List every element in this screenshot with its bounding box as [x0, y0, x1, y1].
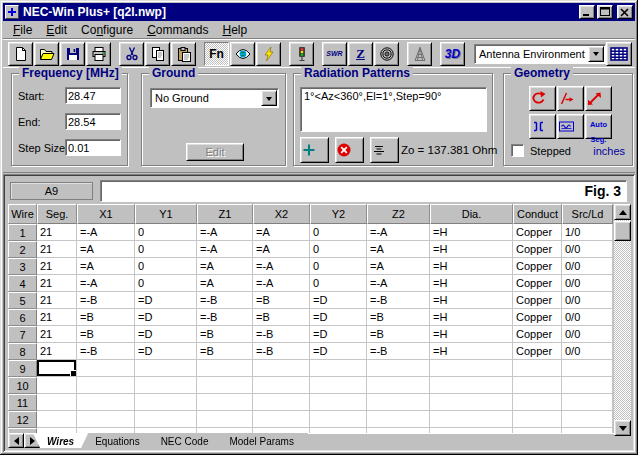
grid-cell[interactable]: =D	[135, 343, 197, 360]
grid-cell[interactable]	[310, 411, 367, 428]
menu-item[interactable]: Configure	[74, 22, 140, 38]
row-header[interactable]: 2	[8, 241, 37, 258]
diagonal-arrow-button[interactable]	[585, 86, 612, 111]
spreadsheet-grid-button[interactable]	[606, 42, 632, 66]
grid-cell[interactable]: 0	[310, 224, 367, 241]
grid-cell[interactable]: Copper	[513, 309, 562, 326]
column-header[interactable]: X1	[77, 204, 135, 224]
row-header[interactable]: 5	[8, 292, 37, 309]
grid-cell[interactable]: =-B	[77, 292, 135, 309]
row-header[interactable]: 7	[8, 326, 37, 343]
grid-cell[interactable]: 21	[37, 309, 77, 326]
scroll-down-button[interactable]	[614, 420, 631, 436]
grid-cell[interactable]	[562, 360, 613, 377]
grid-cell[interactable]	[135, 377, 197, 394]
grid-cell[interactable]	[77, 377, 135, 394]
grid-cell[interactable]	[562, 394, 613, 411]
grid-cell[interactable]: =-A	[77, 275, 135, 292]
row-header[interactable]: 6	[8, 309, 37, 326]
grid-cell[interactable]: Copper	[513, 224, 562, 241]
grid-cell[interactable]: =B	[253, 309, 310, 326]
grid-cell[interactable]: =-A	[253, 258, 310, 275]
sheet-tab-model-params[interactable]: Model Params	[215, 433, 307, 448]
scrollbar-thumb[interactable]	[614, 221, 631, 241]
row-header[interactable]: 10	[8, 377, 37, 394]
grid-cell[interactable]: Copper	[513, 241, 562, 258]
grid-cell[interactable]	[513, 411, 562, 428]
auto-segment-button[interactable]: Auto Seg.	[585, 114, 612, 139]
antenna-view-button[interactable]	[407, 42, 432, 66]
grid-cell[interactable]: =B	[367, 326, 430, 343]
pattern-list-button[interactable]	[370, 137, 399, 163]
grid-cell[interactable]: =B	[367, 309, 430, 326]
grid-cell[interactable]: Copper	[513, 343, 562, 360]
grid-cell[interactable]	[77, 394, 135, 411]
grid-cell[interactable]	[430, 411, 513, 428]
grid-cell[interactable]	[135, 394, 197, 411]
grid-cell[interactable]: 0	[310, 258, 367, 275]
formula-bar[interactable]: Fig. 3	[100, 180, 627, 202]
grid-cell[interactable]: =-B	[367, 292, 430, 309]
row-header[interactable]: 11	[8, 394, 37, 411]
grid-cell[interactable]	[367, 360, 430, 377]
grid-cell[interactable]	[430, 394, 513, 411]
grid-cell[interactable]: =A	[253, 224, 310, 241]
grid-cell[interactable]	[367, 411, 430, 428]
grid-cell[interactable]: =B	[197, 326, 253, 343]
grid-cell[interactable]: =H	[430, 258, 513, 275]
grid-cell[interactable]: =B	[197, 343, 253, 360]
wire-wave-button[interactable]	[557, 114, 584, 139]
grid-cell[interactable]: =-B	[197, 309, 253, 326]
grid-cell[interactable]	[253, 394, 310, 411]
grid-cell[interactable]	[513, 377, 562, 394]
start-frequency-input[interactable]	[65, 87, 121, 104]
pattern-listbox[interactable]: 1°<Az<360°,El=1°,Step=90°	[300, 87, 487, 132]
grid-cell[interactable]: 21	[37, 224, 77, 241]
maximize-button[interactable]	[597, 5, 613, 19]
row-header[interactable]: 4	[8, 275, 37, 292]
ground-dropdown-arrow-button[interactable]	[261, 90, 277, 106]
grid-cell[interactable]: 0	[135, 224, 197, 241]
title-bar[interactable]: NEC-Win Plus+ [q2l.nwp]	[3, 3, 635, 21]
column-header[interactable]: Dia.	[430, 204, 513, 224]
grid-cell[interactable]: =D	[310, 343, 367, 360]
grid-cell[interactable]	[37, 411, 77, 428]
grid-cell[interactable]: =D	[310, 326, 367, 343]
menu-item[interactable]: Edit	[39, 22, 74, 38]
grid-cell[interactable]: =-A	[253, 275, 310, 292]
row-header[interactable]: 8	[8, 343, 37, 360]
grid-cell[interactable]: 0	[310, 275, 367, 292]
grid-cell[interactable]: Copper	[513, 275, 562, 292]
swr-plot-button[interactable]: SWR	[322, 42, 347, 66]
print-button[interactable]	[86, 42, 111, 66]
column-header[interactable]: Z2	[367, 204, 430, 224]
grid-cell[interactable]: =A	[197, 275, 253, 292]
grid-cell[interactable]: 21	[37, 275, 77, 292]
new-button[interactable]	[8, 42, 33, 66]
3d-view-button[interactable]: 3D	[440, 42, 465, 66]
grid-cell[interactable]: =H	[430, 241, 513, 258]
grid-cell[interactable]	[513, 360, 562, 377]
grid-cell[interactable]	[562, 377, 613, 394]
row-header[interactable]: 9	[8, 360, 37, 377]
grid-cell[interactable]: =-B	[77, 343, 135, 360]
line-arrow-button[interactable]	[557, 86, 584, 111]
grid-cell[interactable]	[310, 360, 367, 377]
delete-pattern-button[interactable]	[335, 137, 364, 163]
column-header[interactable]: Src/Ld	[562, 204, 613, 224]
grid-cell[interactable]: =A	[367, 241, 430, 258]
grid-cell[interactable]: Copper	[513, 326, 562, 343]
menu-item[interactable]: Commands	[140, 22, 215, 38]
grid-cell[interactable]: =A	[367, 258, 430, 275]
sheet-tab-wires[interactable]: Wires	[33, 433, 88, 448]
grid-cell[interactable]: 0/0	[562, 241, 613, 258]
tab-scroll-left-button[interactable]	[8, 433, 24, 448]
grid-cell[interactable]: =D	[135, 326, 197, 343]
run-nec-button[interactable]	[256, 42, 281, 66]
open-button[interactable]	[34, 42, 59, 66]
grid-cell[interactable]	[367, 394, 430, 411]
grid-cell[interactable]: 0/0	[562, 275, 613, 292]
end-frequency-input[interactable]	[65, 113, 121, 130]
minimize-button[interactable]	[579, 5, 595, 19]
environment-dropdown[interactable]: Antenna Environment	[474, 44, 606, 64]
